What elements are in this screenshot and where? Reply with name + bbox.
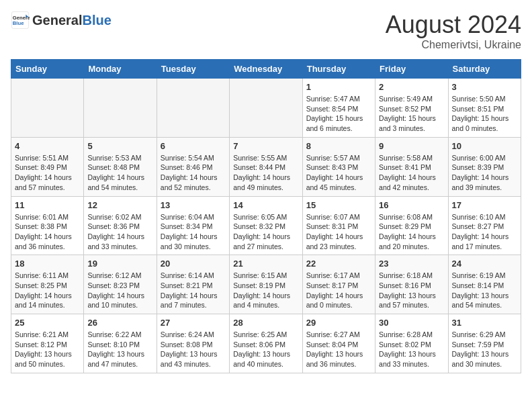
svg-text:General: General <box>13 15 30 21</box>
calendar-cell: 14Sunrise: 6:05 AM Sunset: 8:32 PM Dayli… <box>230 196 302 255</box>
calendar-cell: 3Sunrise: 5:50 AM Sunset: 8:51 PM Daylig… <box>448 79 521 138</box>
day-number: 21 <box>233 259 298 269</box>
logo-icon: General Blue <box>11 11 30 30</box>
day-info: Sunrise: 6:18 AM Sunset: 8:16 PM Dayligh… <box>379 271 444 310</box>
day-number: 26 <box>87 318 152 328</box>
day-info: Sunrise: 5:50 AM Sunset: 8:51 PM Dayligh… <box>452 94 517 134</box>
day-info: Sunrise: 6:11 AM Sunset: 8:25 PM Dayligh… <box>15 271 80 310</box>
page-header: General Blue GeneralBlue August 2024 Che… <box>11 11 521 51</box>
calendar-cell <box>11 79 84 138</box>
calendar-cell: 6Sunrise: 5:54 AM Sunset: 8:46 PM Daylig… <box>157 137 229 196</box>
weekday-header-thursday: Thursday <box>302 60 375 79</box>
day-info: Sunrise: 6:05 AM Sunset: 8:32 PM Dayligh… <box>233 212 298 252</box>
day-number: 15 <box>306 200 371 210</box>
calendar-cell: 15Sunrise: 6:07 AM Sunset: 8:31 PM Dayli… <box>302 196 375 255</box>
svg-text:Blue: Blue <box>13 20 24 26</box>
calendar-cell: 25Sunrise: 6:21 AM Sunset: 8:12 PM Dayli… <box>11 314 84 373</box>
day-number: 24 <box>452 259 517 269</box>
calendar-cell: 31Sunrise: 6:29 AM Sunset: 7:59 PM Dayli… <box>448 314 521 373</box>
calendar-table: SundayMondayTuesdayWednesdayThursdayFrid… <box>11 59 521 373</box>
weekday-header-wednesday: Wednesday <box>230 60 302 79</box>
day-number: 20 <box>161 259 226 269</box>
month-year-title: August 2024 <box>386 11 521 39</box>
day-number: 29 <box>306 318 371 328</box>
day-number: 31 <box>452 318 517 328</box>
calendar-cell: 29Sunrise: 6:27 AM Sunset: 8:04 PM Dayli… <box>302 314 375 373</box>
day-number: 7 <box>233 141 298 151</box>
calendar-cell <box>230 79 302 138</box>
day-number: 30 <box>379 318 444 328</box>
day-info: Sunrise: 6:17 AM Sunset: 8:17 PM Dayligh… <box>306 271 371 310</box>
day-number: 4 <box>15 141 80 151</box>
calendar-cell: 27Sunrise: 6:24 AM Sunset: 8:08 PM Dayli… <box>157 314 229 373</box>
day-number: 9 <box>379 141 444 151</box>
day-info: Sunrise: 5:58 AM Sunset: 8:41 PM Dayligh… <box>379 153 444 193</box>
day-number: 10 <box>452 141 517 151</box>
calendar-cell: 9Sunrise: 5:58 AM Sunset: 8:41 PM Daylig… <box>375 137 448 196</box>
day-number: 18 <box>15 259 80 269</box>
day-number: 13 <box>161 200 226 210</box>
calendar-cell: 30Sunrise: 6:28 AM Sunset: 8:02 PM Dayli… <box>375 314 448 373</box>
day-number: 23 <box>379 259 444 269</box>
calendar-cell: 12Sunrise: 6:02 AM Sunset: 8:36 PM Dayli… <box>84 196 157 255</box>
calendar-cell: 7Sunrise: 5:55 AM Sunset: 8:44 PM Daylig… <box>230 137 302 196</box>
day-number: 17 <box>452 200 517 210</box>
day-number: 5 <box>87 141 152 151</box>
week-row-3: 11Sunrise: 6:01 AM Sunset: 8:38 PM Dayli… <box>11 196 521 255</box>
location-subtitle: Chemerivtsi, Ukraine <box>386 39 521 51</box>
calendar-cell: 8Sunrise: 5:57 AM Sunset: 8:43 PM Daylig… <box>302 137 375 196</box>
day-number: 2 <box>379 82 444 92</box>
day-number: 1 <box>306 82 371 92</box>
calendar-cell: 17Sunrise: 6:10 AM Sunset: 8:27 PM Dayli… <box>448 196 521 255</box>
week-row-1: 1Sunrise: 5:47 AM Sunset: 8:54 PM Daylig… <box>11 79 521 138</box>
day-info: Sunrise: 6:29 AM Sunset: 7:59 PM Dayligh… <box>452 330 517 369</box>
week-row-2: 4Sunrise: 5:51 AM Sunset: 8:49 PM Daylig… <box>11 137 521 196</box>
day-number: 3 <box>452 82 517 92</box>
day-info: Sunrise: 6:04 AM Sunset: 8:34 PM Dayligh… <box>161 212 226 252</box>
calendar-cell <box>84 79 157 138</box>
calendar-cell: 26Sunrise: 6:22 AM Sunset: 8:10 PM Dayli… <box>84 314 157 373</box>
day-number: 11 <box>15 200 80 210</box>
weekday-header-friday: Friday <box>375 60 448 79</box>
day-info: Sunrise: 6:24 AM Sunset: 8:08 PM Dayligh… <box>161 330 226 369</box>
calendar-cell: 4Sunrise: 5:51 AM Sunset: 8:49 PM Daylig… <box>11 137 84 196</box>
day-number: 16 <box>379 200 444 210</box>
day-number: 25 <box>15 318 80 328</box>
calendar-cell: 22Sunrise: 6:17 AM Sunset: 8:17 PM Dayli… <box>302 255 375 314</box>
day-info: Sunrise: 6:10 AM Sunset: 8:27 PM Dayligh… <box>452 212 517 252</box>
day-number: 8 <box>306 141 371 151</box>
logo-general: General <box>32 13 82 28</box>
weekday-header-monday: Monday <box>84 60 157 79</box>
day-info: Sunrise: 6:21 AM Sunset: 8:12 PM Dayligh… <box>15 330 80 369</box>
day-number: 27 <box>161 318 226 328</box>
weekday-header-tuesday: Tuesday <box>157 60 229 79</box>
calendar-cell: 5Sunrise: 5:53 AM Sunset: 8:48 PM Daylig… <box>84 137 157 196</box>
day-number: 6 <box>161 141 226 151</box>
day-info: Sunrise: 5:54 AM Sunset: 8:46 PM Dayligh… <box>161 153 226 193</box>
day-info: Sunrise: 5:47 AM Sunset: 8:54 PM Dayligh… <box>306 94 371 134</box>
calendar-cell: 24Sunrise: 6:19 AM Sunset: 8:14 PM Dayli… <box>448 255 521 314</box>
day-info: Sunrise: 6:02 AM Sunset: 8:36 PM Dayligh… <box>87 212 152 252</box>
day-info: Sunrise: 5:49 AM Sunset: 8:52 PM Dayligh… <box>379 94 444 134</box>
weekday-header-saturday: Saturday <box>448 60 521 79</box>
day-info: Sunrise: 6:07 AM Sunset: 8:31 PM Dayligh… <box>306 212 371 252</box>
day-info: Sunrise: 6:27 AM Sunset: 8:04 PM Dayligh… <box>306 330 371 369</box>
calendar-cell: 11Sunrise: 6:01 AM Sunset: 8:38 PM Dayli… <box>11 196 84 255</box>
day-info: Sunrise: 6:15 AM Sunset: 8:19 PM Dayligh… <box>233 271 298 310</box>
week-row-4: 18Sunrise: 6:11 AM Sunset: 8:25 PM Dayli… <box>11 255 521 314</box>
day-number: 28 <box>233 318 298 328</box>
day-info: Sunrise: 6:08 AM Sunset: 8:29 PM Dayligh… <box>379 212 444 252</box>
day-info: Sunrise: 5:53 AM Sunset: 8:48 PM Dayligh… <box>87 153 152 193</box>
calendar-cell: 20Sunrise: 6:14 AM Sunset: 8:21 PM Dayli… <box>157 255 229 314</box>
calendar-cell: 13Sunrise: 6:04 AM Sunset: 8:34 PM Dayli… <box>157 196 229 255</box>
day-info: Sunrise: 5:57 AM Sunset: 8:43 PM Dayligh… <box>306 153 371 193</box>
day-number: 22 <box>306 259 371 269</box>
calendar-cell <box>157 79 229 138</box>
day-number: 19 <box>87 259 152 269</box>
calendar-cell: 28Sunrise: 6:25 AM Sunset: 8:06 PM Dayli… <box>230 314 302 373</box>
calendar-cell: 16Sunrise: 6:08 AM Sunset: 8:29 PM Dayli… <box>375 196 448 255</box>
title-block: August 2024 Chemerivtsi, Ukraine <box>386 11 521 51</box>
weekday-header-row: SundayMondayTuesdayWednesdayThursdayFrid… <box>11 60 521 79</box>
day-info: Sunrise: 6:19 AM Sunset: 8:14 PM Dayligh… <box>452 271 517 310</box>
day-number: 12 <box>87 200 152 210</box>
